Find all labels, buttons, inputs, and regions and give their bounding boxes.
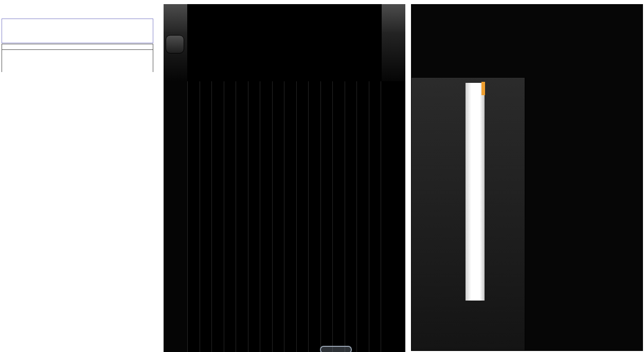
well-log-plot xyxy=(0,72,160,352)
time-chart[interactable] xyxy=(187,81,384,352)
track-header-row xyxy=(2,44,153,50)
gauge-bar xyxy=(466,83,485,301)
rig-time-header xyxy=(164,4,187,32)
interval-2hr-button[interactable] xyxy=(166,35,184,54)
drilling-dashboard xyxy=(0,0,644,352)
block-position-gauge xyxy=(411,77,525,351)
gauge-grid xyxy=(187,4,384,81)
rig-time-track-panel xyxy=(164,4,405,352)
horizontal-scroll-pill[interactable] xyxy=(320,346,352,352)
master-track-header xyxy=(382,4,405,32)
status-tiles-panel xyxy=(411,4,643,351)
master-track-subcolumn xyxy=(382,32,405,81)
master-track-strip[interactable] xyxy=(384,81,405,352)
time-chart-curves xyxy=(187,81,384,352)
gauge-marker xyxy=(481,82,485,95)
realtime-plot-panel xyxy=(0,0,160,352)
curve-legend-box xyxy=(2,19,153,43)
track-scale-rows xyxy=(2,50,153,72)
